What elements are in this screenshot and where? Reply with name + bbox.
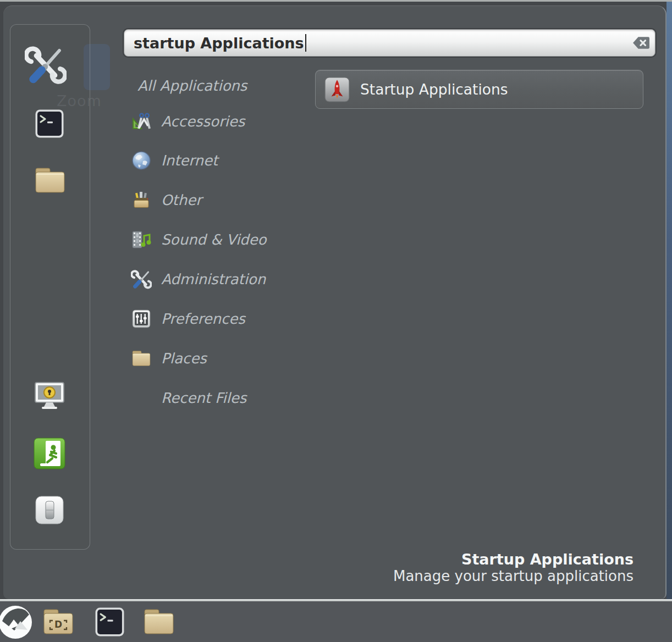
category-label: All Applications	[137, 78, 247, 94]
category-all-applications[interactable]: All Applications	[124, 68, 313, 103]
sidebar-item-terminal[interactable]	[35, 110, 64, 140]
category-other[interactable]: Other	[124, 182, 313, 218]
category-administration[interactable]: Administration	[124, 262, 313, 297]
text-cursor	[305, 34, 306, 52]
search-input[interactable]: startup Applications	[124, 29, 656, 57]
sliders-icon	[131, 308, 152, 329]
lock-screen-icon	[32, 380, 67, 414]
clear-backspace-icon	[632, 41, 650, 52]
tools-icon	[131, 269, 152, 290]
category-label: Accessories	[161, 113, 245, 130]
category-label: Other	[161, 192, 202, 208]
folder-d-icon: D	[41, 607, 75, 639]
sidebar-item-quit[interactable]	[35, 496, 64, 526]
category-label: Sound & Video	[161, 231, 267, 248]
toolbox-icon	[131, 190, 152, 211]
taskbar-folder-d[interactable]: D	[41, 608, 75, 638]
accessories-icon	[131, 111, 152, 132]
category-places[interactable]: Places	[124, 341, 313, 376]
terminal-icon	[95, 607, 125, 639]
tools-icon	[25, 44, 67, 88]
category-recent-files[interactable]: Recent Files	[124, 380, 313, 416]
category-label: Recent Files	[161, 390, 246, 406]
sidebar-item-system-settings[interactable]	[25, 45, 67, 87]
folder-icon	[142, 607, 176, 639]
logout-door-icon	[33, 437, 66, 472]
rocket-icon	[324, 76, 350, 103]
category-label: Administration	[161, 271, 266, 287]
selection-description: Startup Applications Manage your startup…	[330, 551, 634, 585]
filmstrip-note-icon	[131, 229, 152, 250]
power-switch-icon	[35, 495, 64, 527]
desktop-wallpaper-edge	[667, 2, 672, 599]
folder-icon	[33, 165, 67, 197]
category-sound-video[interactable]: Sound & Video	[124, 222, 313, 257]
selection-subtitle: Manage your startup applications	[330, 568, 634, 585]
taskbar-files[interactable]	[142, 608, 176, 638]
sidebar-item-files[interactable]	[33, 167, 67, 196]
search-input-value: startup Applications	[134, 35, 304, 52]
terminal-icon	[35, 109, 64, 141]
result-startup-applications[interactable]: Startup Applications	[315, 70, 643, 109]
sidebar-item-lock-screen[interactable]	[32, 381, 67, 413]
sidebar-item-logout[interactable]	[33, 438, 66, 471]
mint-logo-icon	[0, 605, 33, 642]
globe-icon	[131, 150, 152, 171]
result-label: Startup Applications	[360, 81, 508, 98]
category-label: Places	[161, 350, 207, 367]
category-label: Internet	[161, 152, 218, 169]
folder-icon	[131, 348, 152, 369]
category-preferences[interactable]: Preferences	[124, 301, 313, 336]
taskbar-terminal[interactable]	[95, 608, 125, 638]
svg-text:D: D	[54, 619, 62, 630]
taskbar-menu-launcher[interactable]	[0, 606, 33, 641]
clear-search-button[interactable]	[632, 36, 650, 49]
category-accessories[interactable]: Accessories	[124, 104, 313, 139]
category-label: Preferences	[161, 311, 245, 327]
desktop-top-edge	[0, 0, 672, 2]
category-internet[interactable]: Internet	[124, 143, 313, 178]
selection-title: Startup Applications	[330, 551, 634, 568]
